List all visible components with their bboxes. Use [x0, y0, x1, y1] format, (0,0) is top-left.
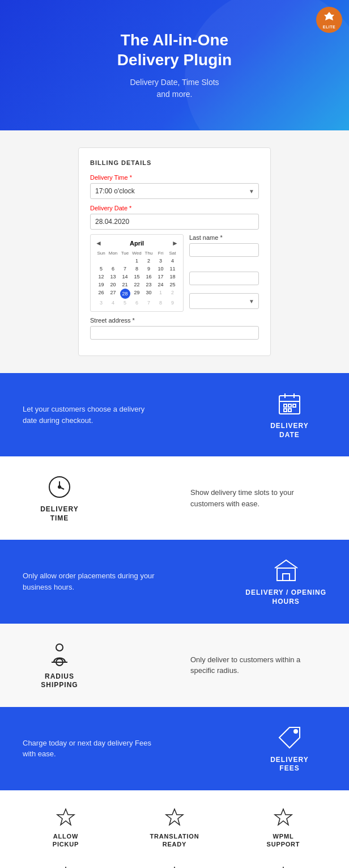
- star-icon-5: [164, 866, 185, 868]
- svg-point-16: [56, 644, 63, 651]
- svg-rect-5: [288, 404, 291, 407]
- delivery-time-select[interactable]: 17:00 o'clock: [90, 183, 259, 199]
- star-icon-2: [164, 807, 185, 828]
- svg-marker-20: [57, 809, 74, 825]
- svg-marker-22: [275, 809, 292, 825]
- right-select[interactable]: [189, 293, 259, 309]
- star-icon-1: [56, 807, 76, 828]
- features-row-1: ALLOWPICKUP TRANSLATIONREADY WPMLSUPPORT: [11, 807, 338, 849]
- svg-rect-4: [284, 404, 287, 407]
- store-icon: [273, 557, 300, 584]
- star-icon-4: [56, 866, 76, 868]
- star-icon-6: [273, 866, 293, 868]
- feature-translation-ready: TRANSLATIONREADY: [138, 807, 211, 849]
- delivery-time-icon-block: DELIVERYTIME: [23, 473, 96, 523]
- right-fields: Last name * ▼: [189, 234, 259, 309]
- calendar-row: ◄ April ► Sun Mon Tue Wed Thu Fri Sat: [90, 234, 259, 315]
- delivery-date-icon-block: DELIVERYDATE: [253, 390, 326, 439]
- street-input[interactable]: [90, 326, 259, 340]
- calendar-days: 1 2 3 4 5 6 7 8 9 10 11 12 13 14 15: [95, 257, 178, 307]
- feature-holidays: HOLIDAYS /OFF DAYS: [138, 866, 211, 868]
- feature-start-end-dates: START &END DATES: [246, 866, 320, 868]
- tag-icon: [276, 724, 303, 751]
- person-location-icon: [46, 641, 73, 668]
- opening-hours-icon-block: DELIVERY / OPENINGHOURS: [245, 557, 326, 606]
- features-grid-section: ALLOWPICKUP TRANSLATIONREADY WPMLSUPPORT…: [0, 790, 349, 868]
- calendar-header: ◄ April ►: [95, 239, 178, 247]
- calendar-prev[interactable]: ◄: [95, 239, 102, 247]
- feature-delivery-time: DELIVERYTIME Show delivery time slots to…: [0, 456, 349, 540]
- delivery-date-input[interactable]: [90, 214, 259, 230]
- feature-delivery-date: Let your customers choose a delivery dat…: [0, 373, 349, 456]
- delivery-date-text: Let your customers choose a delivery dat…: [23, 404, 159, 426]
- svg-rect-8: [288, 409, 291, 412]
- feature-allow-pickup: ALLOWPICKUP: [29, 807, 103, 849]
- allow-pickup-label: ALLOWPICKUP: [53, 832, 79, 849]
- clock-icon: [46, 473, 73, 501]
- delivery-time-label: Delivery Time *: [90, 174, 259, 181]
- opening-hours-label-text: DELIVERY / OPENINGHOURS: [245, 588, 326, 606]
- opening-hours-text: Only allow order placements during your …: [23, 570, 159, 592]
- radius-shipping-text: Only deliver to customers within a speci…: [190, 654, 326, 676]
- calendar-icon: [276, 390, 303, 417]
- translation-ready-label: TRANSLATIONREADY: [150, 832, 199, 849]
- delivery-time-select-wrapper[interactable]: 17:00 o'clock ▼: [90, 183, 259, 199]
- radius-shipping-icon-block: RADIUSSHIPPING: [23, 641, 96, 690]
- calendar-day-headers: Sun Mon Tue Wed Thu Fri Sat: [95, 251, 178, 256]
- svg-point-19: [294, 730, 297, 733]
- feature-max-orders: MAX ORDERSPER TIME / DATE: [29, 866, 103, 868]
- last-name-input[interactable]: [189, 243, 259, 257]
- svg-rect-6: [293, 404, 296, 407]
- street-label: Street address *: [90, 317, 259, 324]
- svg-rect-7: [284, 409, 287, 412]
- elite-label: ELITE: [323, 25, 335, 29]
- extra-input-1[interactable]: [189, 272, 259, 285]
- svg-marker-21: [166, 809, 183, 825]
- feature-radius-shipping: RADIUSSHIPPING Only deliver to customers…: [0, 624, 349, 707]
- hero-title: The All-in-One Delivery Plugin: [117, 30, 232, 70]
- svg-point-12: [58, 486, 61, 488]
- calendar-month: April: [130, 240, 144, 247]
- svg-rect-14: [283, 574, 290, 581]
- delivery-time-label-text: DELIVERYTIME: [40, 505, 79, 523]
- feature-delivery-fees: Charge today or next day delivery Fees w…: [0, 707, 349, 790]
- delivery-date-label: Delivery Date *: [90, 205, 259, 211]
- hero-section: ELITE The All-in-One Delivery Plugin Del…: [0, 0, 349, 130]
- radius-shipping-label-text: RADIUSSHIPPING: [41, 672, 78, 690]
- star-icon-3: [273, 807, 293, 828]
- elite-badge: ELITE: [316, 7, 342, 33]
- delivery-fees-label-text: DELIVERYFEES: [270, 756, 309, 773]
- feature-wpml-support: WPMLSUPPORT: [246, 807, 320, 849]
- billing-title: BILLING DETAILS: [90, 159, 259, 166]
- elite-icon: [322, 11, 336, 24]
- delivery-time-text: Show delivery time slots to your custome…: [190, 487, 326, 509]
- right-select-wrapper[interactable]: ▼: [189, 293, 259, 309]
- features-row-2: MAX ORDERSPER TIME / DATE HOLIDAYS /OFF …: [11, 866, 338, 868]
- calendar-next[interactable]: ►: [172, 239, 178, 247]
- delivery-date-label-text: DELIVERYDATE: [270, 422, 309, 439]
- checkout-mockup-section: BILLING DETAILS Delivery Time * 17:00 o'…: [0, 130, 349, 373]
- wpml-support-label: WPMLSUPPORT: [267, 832, 300, 849]
- calendar: ◄ April ► Sun Mon Tue Wed Thu Fri Sat: [90, 234, 184, 312]
- delivery-fees-icon-block: DELIVERYFEES: [253, 724, 326, 773]
- last-name-label: Last name *: [189, 234, 259, 241]
- checkout-card: BILLING DETAILS Delivery Time * 17:00 o'…: [78, 147, 271, 356]
- hero-subtitle: Delivery Date, Time Slotsand more.: [130, 77, 219, 100]
- feature-opening-hours: Only allow order placements during your …: [0, 540, 349, 623]
- delivery-fees-text: Charge today or next day delivery Fees w…: [23, 738, 159, 760]
